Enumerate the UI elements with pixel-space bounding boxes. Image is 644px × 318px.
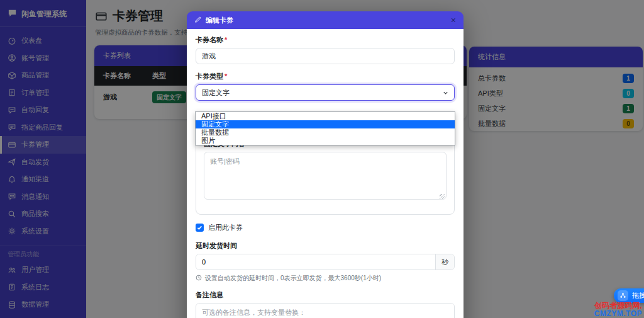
card-type-select[interactable]: 固定文字	[196, 84, 455, 101]
modal-body: 卡券名称* 卡券类型* 固定文字 API接口 固定文字 批量数据 图片 固定文字…	[187, 29, 464, 318]
delay-help: 设置自动发货的延时时间，0表示立即发货，最大3600秒(1小时)	[196, 274, 455, 283]
option-fixed-text[interactable]: 固定文字	[196, 120, 455, 128]
fixed-text-textarea[interactable]	[204, 152, 447, 200]
option-image[interactable]: 图片	[196, 137, 455, 145]
close-icon[interactable]: ×	[451, 16, 456, 25]
required-asterisk: *	[225, 72, 227, 80]
card-name-label: 卡券名称*	[196, 35, 455, 45]
type-dropdown-list: API接口 固定文字 批量数据 图片	[195, 111, 455, 145]
selected-option: 固定文字	[202, 88, 230, 98]
option-api[interactable]: API接口	[196, 112, 455, 120]
enable-label: 启用此卡券	[208, 223, 243, 232]
share-nodes-icon	[618, 290, 628, 301]
check-icon	[197, 225, 203, 230]
note-label: 备注信息	[196, 290, 455, 300]
delay-input[interactable]	[196, 254, 435, 270]
required-asterisk: *	[225, 36, 227, 43]
modal-header: 编辑卡券 ×	[187, 11, 464, 29]
drag-button-label: 拖拽至	[632, 291, 644, 300]
watermark-line2: CMZYM.TOP	[594, 310, 642, 318]
enable-checkbox[interactable]	[196, 224, 204, 232]
chevron-down-icon	[442, 89, 449, 96]
edit-card-modal: 编辑卡券 × 卡券名称* 卡券类型* 固定文字 API接口 固定文字 批量数据 …	[187, 11, 464, 318]
watermark: 创码者源码网, CMZYM.TOP	[594, 302, 642, 317]
delay-input-group: 秒	[196, 254, 455, 270]
clock-icon	[196, 275, 202, 281]
watermark-line1: 创码者源码网,	[594, 302, 642, 310]
card-name-input[interactable]	[196, 48, 455, 64]
card-type-label: 卡券类型*	[196, 72, 455, 81]
delay-label: 延时发货时间	[196, 241, 455, 251]
option-batch[interactable]: 批量数据	[196, 128, 455, 137]
pencil-icon	[194, 16, 202, 25]
modal-title: 编辑卡券	[206, 16, 233, 25]
enable-card-row: 启用此卡券	[196, 223, 455, 232]
delay-unit: 秒	[435, 254, 454, 270]
note-textarea[interactable]	[196, 303, 455, 318]
